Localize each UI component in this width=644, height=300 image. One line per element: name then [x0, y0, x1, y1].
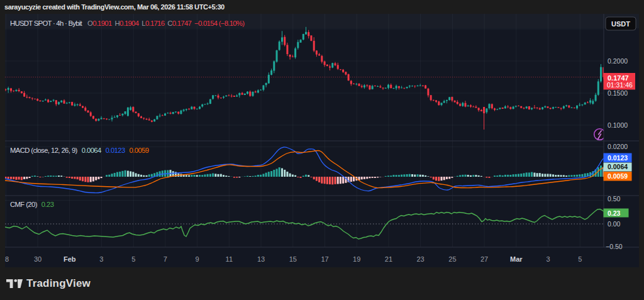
svg-text:CMF (20)0.23: CMF (20)0.23 — [10, 201, 54, 208]
svg-text:15: 15 — [289, 255, 297, 263]
svg-text:3: 3 — [99, 255, 103, 263]
svg-text:Feb: Feb — [64, 255, 76, 263]
svg-text:USDT: USDT — [611, 20, 630, 28]
svg-text:0.2000: 0.2000 — [608, 57, 628, 65]
svg-text:Mar: Mar — [510, 255, 523, 263]
svg-text:23: 23 — [416, 255, 424, 263]
svg-text:27: 27 — [480, 255, 488, 263]
svg-text:9: 9 — [196, 255, 199, 263]
svg-text:HUSDT SPOT · 4h · BybitO0.1901: HUSDT SPOT · 4h · BybitO0.1901H0.1904L0.… — [10, 19, 245, 27]
svg-text:0.0059: 0.0059 — [608, 172, 628, 180]
svg-text:25: 25 — [448, 255, 456, 263]
svg-text:7: 7 — [164, 255, 167, 263]
svg-text:0.1000: 0.1000 — [608, 121, 628, 129]
svg-text:0.1747: 0.1747 — [608, 74, 629, 82]
svg-text:11: 11 — [226, 255, 233, 263]
svg-text:28: 28 — [5, 255, 9, 263]
svg-text:5: 5 — [578, 255, 582, 263]
svg-text:0.0064: 0.0064 — [608, 163, 628, 170]
svg-text:3: 3 — [546, 255, 550, 263]
svg-text:13: 13 — [257, 255, 265, 263]
svg-text:0.0123: 0.0123 — [608, 154, 628, 162]
svg-text:0.0200: 0.0200 — [608, 143, 628, 150]
svg-text:5: 5 — [131, 255, 135, 263]
svg-text:21: 21 — [385, 255, 392, 263]
svg-text:−0.50: −0.50 — [606, 243, 623, 250]
svg-text:0.00: 0.00 — [608, 220, 621, 228]
svg-text:17: 17 — [321, 255, 328, 263]
svg-text:0.23: 0.23 — [608, 209, 621, 217]
svg-text:0.1500: 0.1500 — [608, 89, 628, 97]
svg-text:19: 19 — [353, 255, 360, 263]
svg-text:30: 30 — [34, 255, 42, 263]
svg-text:01:31:46: 01:31:46 — [607, 81, 633, 89]
svg-text:0.50: 0.50 — [608, 195, 621, 203]
